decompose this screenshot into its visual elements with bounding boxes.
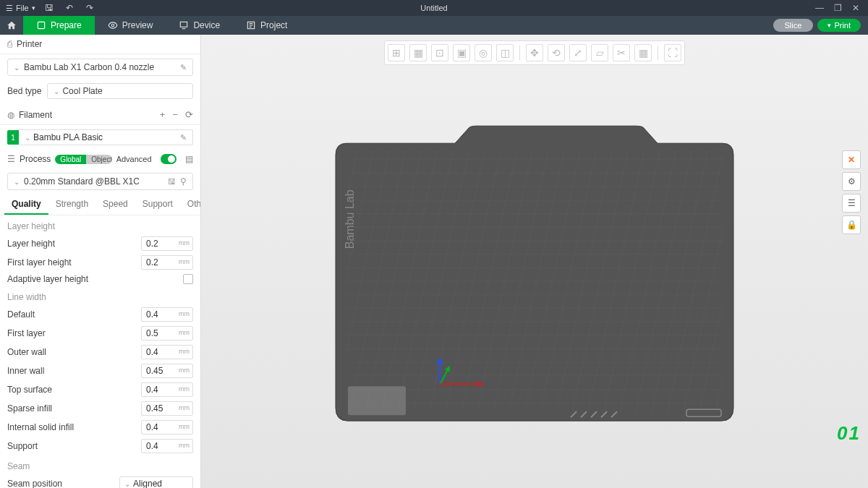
hamburger-icon: ☰ (6, 4, 13, 13)
viewport-toolbar: ⊞ ▦ ⊡ ▣ ◎ ◫ ✥ ⟲ ⤢ ▱ ✂ ▦ ⛶ (384, 40, 685, 65)
viewport-right-toolbar: ✕ ⚙ ☰ 🔒 (842, 150, 861, 234)
svg-point-1 (111, 24, 114, 27)
printer-section-header: ⎙ Printer (0, 35, 200, 54)
filament-select[interactable]: ⌄ Bambu PLA Basic ✎ (19, 129, 193, 145)
flatten-icon[interactable]: ▱ (591, 44, 608, 61)
save-icon[interactable]: 🖫 (43, 1, 56, 14)
lock-icon[interactable]: 🔒 (842, 215, 861, 234)
cut-icon[interactable]: ✂ (613, 44, 630, 61)
bed-type-select[interactable]: ⌄ Cool Plate (47, 83, 193, 99)
sparse-infill-width-input[interactable]: 0.45mm (141, 401, 193, 416)
outer-wall-width-input[interactable]: 0.4mm (141, 345, 193, 359)
maximize-icon[interactable]: ❐ (834, 3, 842, 13)
first-layer-height-input[interactable]: 0.2mm (141, 255, 193, 270)
rotate-icon[interactable]: ⟲ (548, 44, 565, 61)
plate-number: 01 (837, 422, 861, 445)
viewport-3d[interactable]: ⊞ ▦ ⊡ ▣ ◎ ◫ ✥ ⟲ ⤢ ▱ ✂ ▦ ⛶ ✕ ⚙ ☰ 🔒 (201, 35, 868, 488)
assembly-icon[interactable]: ◫ (496, 44, 514, 61)
move-icon[interactable]: ✥ (526, 44, 543, 61)
process-section-header: ☰ Process Global Objects Advanced ▤ (0, 150, 200, 168)
printer-icon: ⎙ (7, 39, 12, 49)
bed-type-label: Bed type (7, 86, 41, 96)
build-plate: Bambu Lab (332, 119, 737, 429)
printer-select[interactable]: ⌄ Bambu Lab X1 Carbon 0.4 nozzle ✎ (7, 59, 193, 76)
scale-icon[interactable]: ⤢ (569, 44, 587, 61)
tab-preview[interactable]: Preview (95, 16, 166, 35)
process-profile-select[interactable]: ⌄ 0.20mm Standard @BBL X1C 🖫 ⚲ (7, 173, 193, 190)
top-surface-width-input[interactable]: 0.4mm (141, 382, 193, 397)
adaptive-layer-checkbox[interactable] (183, 274, 193, 284)
arrange-icon[interactable]: ⊡ (431, 44, 448, 61)
svg-rect-2 (181, 22, 187, 27)
plate-brand-label: Bambu Lab (344, 189, 356, 249)
support-width-input[interactable]: 0.4mm (141, 439, 193, 453)
internal-solid-infill-width-input[interactable]: 0.4mm (141, 420, 193, 435)
seam-position-select[interactable]: ⌄Aligned (119, 476, 193, 488)
inner-wall-width-input[interactable]: 0.45mm (141, 364, 193, 378)
main-nav: Prepare Preview Device Project Slice ▾ P… (0, 16, 868, 35)
minimize-icon[interactable]: — (815, 3, 824, 13)
remove-filament-icon[interactable]: − (172, 109, 178, 120)
chevron-down-icon: ▾ (32, 4, 35, 12)
add-filament-icon[interactable]: + (160, 109, 166, 120)
support-paint-icon[interactable]: ⛶ (664, 44, 681, 61)
tab-others[interactable]: Others (180, 194, 201, 215)
home-button[interactable] (0, 16, 23, 35)
close-icon[interactable]: ✕ (852, 3, 859, 13)
undo-icon[interactable]: ↶ (63, 1, 76, 14)
plate-settings-icon[interactable]: ⚙ (842, 172, 861, 191)
titlebar: ☰ File ▾ 🖫 ↶ ↷ Untitled — ❐ ✕ (0, 0, 868, 16)
advanced-toggle[interactable] (161, 154, 176, 164)
sidebar: ⎙ Printer ⌄ Bambu Lab X1 Carbon 0.4 nozz… (0, 35, 201, 488)
svg-rect-4 (348, 386, 406, 415)
chevron-down-icon: ⌄ (14, 178, 20, 186)
file-menu-label: File (16, 4, 29, 12)
sync-filament-icon[interactable]: ⟳ (185, 109, 193, 120)
group-layer-height: Layer height (0, 215, 200, 234)
group-seam: Seam (0, 455, 200, 474)
process-icon: ☰ (7, 154, 15, 164)
tab-strength[interactable]: Strength (48, 194, 95, 215)
clear-plate-icon[interactable]: ✕ (842, 150, 861, 169)
add-plate-icon[interactable]: ▦ (409, 44, 427, 61)
edit-icon[interactable]: ✎ (180, 63, 187, 72)
filament-section-header: ◍ Filament + − ⟳ (0, 105, 200, 125)
global-objects-toggle[interactable]: Global Objects (55, 155, 111, 164)
mesh-icon[interactable]: ▦ (634, 44, 652, 61)
tab-prepare[interactable]: Prepare (23, 16, 95, 35)
window-title: Untitled (420, 4, 447, 12)
advanced-label: Advanced (116, 155, 152, 163)
print-button[interactable]: ▾ Print (817, 19, 861, 32)
split-icon[interactable]: ◎ (475, 44, 492, 61)
group-line-width: Line width (0, 286, 200, 305)
filament-slot-badge[interactable]: 1 (7, 130, 19, 145)
tab-project[interactable]: Project (233, 16, 300, 35)
list-icon[interactable]: ☰ (842, 194, 861, 213)
tab-support[interactable]: Support (135, 194, 180, 215)
orient-icon[interactable]: ▣ (453, 44, 470, 61)
filament-icon: ◍ (7, 110, 14, 120)
svg-rect-0 (38, 22, 44, 28)
process-tabs: Quality Strength Speed Support Others (0, 194, 200, 215)
chevron-down-icon: ⌄ (25, 134, 30, 142)
settings-icon[interactable]: ▤ (185, 154, 193, 164)
layer-height-input[interactable]: 0.2mm (141, 236, 193, 251)
file-menu[interactable]: ☰ File ▾ (6, 4, 35, 13)
add-object-icon[interactable]: ⊞ (388, 44, 405, 61)
default-width-input[interactable]: 0.4mm (141, 307, 193, 322)
tab-quality[interactable]: Quality (4, 194, 48, 215)
search-icon[interactable]: ⚲ (180, 176, 187, 187)
chevron-down-icon: ⌄ (14, 64, 20, 72)
tab-speed[interactable]: Speed (95, 194, 135, 215)
edit-icon[interactable]: ✎ (180, 133, 187, 142)
slice-button[interactable]: Slice (773, 19, 814, 32)
first-layer-width-input[interactable]: 0.5mm (141, 326, 193, 341)
redo-icon[interactable]: ↷ (83, 1, 96, 14)
tab-device[interactable]: Device (166, 16, 233, 35)
chevron-down-icon: ⌄ (54, 87, 59, 95)
save-profile-icon[interactable]: 🖫 (168, 177, 176, 186)
